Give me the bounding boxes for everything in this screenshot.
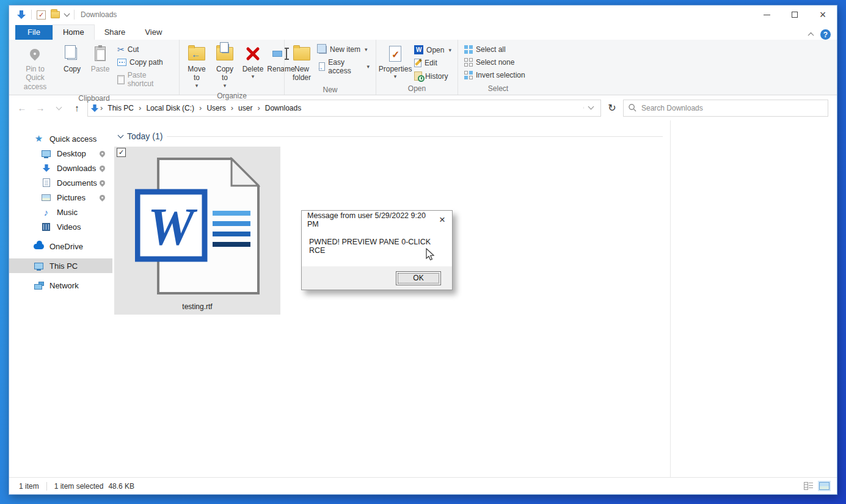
close-icon: × — [820, 9, 826, 21]
edit-button[interactable]: Edit — [412, 58, 454, 68]
network-icon — [34, 282, 44, 290]
file-list-pane[interactable]: Today (1) ✓ W testing.rtf — [112, 120, 670, 477]
copy-icon — [67, 48, 77, 60]
new-folder-button[interactable]: New folder — [288, 42, 315, 84]
properties-button[interactable]: ✓ Properties ▾ — [380, 42, 410, 81]
dropdown-icon: ▾ — [366, 64, 370, 70]
sidebar-item-documents[interactable]: Documents — [9, 175, 112, 190]
divider — [167, 136, 663, 137]
divider — [74, 10, 75, 20]
paste-button[interactable]: Paste — [87, 42, 114, 75]
chevron-down-icon — [56, 104, 62, 110]
search-box — [623, 100, 828, 117]
close-button[interactable]: × — [809, 5, 837, 24]
this-pc-icon — [34, 263, 43, 269]
collapse-ribbon-icon[interactable] — [808, 32, 814, 38]
cut-icon: ✂ — [117, 45, 125, 54]
help-icon[interactable]: ? — [820, 29, 831, 40]
qat-customize-icon[interactable] — [64, 11, 70, 17]
group-header-today[interactable]: Today (1) — [119, 131, 665, 141]
sidebar-item-this-pc[interactable]: This PC — [9, 258, 112, 273]
pin-icon — [98, 164, 106, 172]
search-input[interactable] — [641, 104, 823, 112]
dropdown-icon: ▾ — [252, 73, 255, 79]
dialog-titlebar: Message from user 5/29/2022 9:20 PM × — [302, 211, 452, 229]
breadcrumb-users[interactable]: Users — [203, 104, 229, 112]
qat-new-folder-icon[interactable] — [51, 11, 60, 18]
details-view-button[interactable] — [804, 482, 813, 490]
tab-view[interactable]: View — [135, 25, 172, 40]
pictures-icon — [42, 194, 51, 201]
pin-to-quick-access-button[interactable]: Pin to Quick access — [13, 42, 57, 93]
select-all-icon — [464, 45, 473, 54]
close-icon: × — [439, 214, 445, 226]
copy-to-icon — [216, 47, 233, 60]
dialog-close-button[interactable]: × — [432, 211, 452, 229]
sidebar-item-onedrive[interactable]: OneDrive — [9, 239, 112, 254]
thumbnails-view-button[interactable] — [819, 482, 830, 490]
copy-to-button[interactable]: Copy to ▾ — [211, 42, 238, 90]
breadcrumb-downloads[interactable]: Downloads — [261, 104, 305, 112]
breadcrumb-this-pc[interactable]: This PC — [104, 104, 137, 112]
group-label-clipboard: Clipboard — [13, 93, 175, 104]
sidebar-item-network[interactable]: Network — [9, 278, 112, 293]
ribbon-group-clipboard: Pin to Quick access Copy Paste ✂ Cut — [9, 40, 179, 95]
copy-path-button[interactable]: Copy path — [115, 57, 175, 67]
sidebar-item-music[interactable]: ♪ Music — [9, 205, 112, 219]
tab-file[interactable]: File — [15, 25, 53, 40]
invert-selection-button[interactable]: Invert selection — [462, 70, 528, 80]
dropdown-icon: ▾ — [448, 47, 451, 53]
selection-size: 48.6 KB — [108, 482, 134, 491]
onedrive-icon — [34, 244, 44, 249]
pin-icon — [98, 179, 106, 187]
preview-pane — [670, 120, 837, 477]
tab-home[interactable]: Home — [53, 24, 95, 40]
move-to-button[interactable]: ← Move to ▾ — [183, 42, 210, 90]
breadcrumb-user[interactable]: user — [235, 104, 256, 112]
sidebar-item-downloads[interactable]: Downloads — [9, 161, 112, 175]
paste-shortcut-button[interactable]: Paste shortcut — [115, 70, 175, 89]
divider — [46, 482, 47, 491]
history-icon — [414, 71, 422, 81]
delete-icon — [246, 46, 260, 61]
ok-button[interactable]: OK — [396, 271, 441, 285]
delete-button[interactable]: Delete ▾ — [239, 42, 266, 81]
word-document-icon: W — [135, 157, 260, 295]
dialog-title: Message from user 5/29/2022 9:20 PM — [307, 211, 432, 228]
sidebar-item-videos[interactable]: Videos — [9, 219, 112, 234]
maximize-button[interactable] — [781, 5, 809, 24]
file-item-testing-rtf[interactable]: ✓ W testing.rtf — [114, 147, 280, 315]
titlebar: ✓ Downloads × — [9, 5, 837, 24]
select-none-button[interactable]: Select none — [462, 57, 528, 67]
videos-icon — [42, 223, 50, 231]
open-button[interactable]: W Open ▾ — [412, 45, 454, 55]
refresh-button[interactable]: ↻ — [604, 100, 621, 117]
navigation-pane: ★ Quick access Desktop Downloads Documen… — [9, 120, 112, 477]
invert-selection-icon — [464, 71, 473, 79]
chevron-down-icon — [588, 104, 594, 110]
select-none-icon — [464, 58, 473, 67]
downloads-icon — [42, 164, 51, 172]
item-checkbox[interactable]: ✓ — [117, 148, 126, 157]
paste-icon — [95, 46, 106, 61]
address-dropdown-button[interactable] — [583, 107, 598, 109]
qat-properties-icon[interactable]: ✓ — [37, 10, 46, 20]
cut-button[interactable]: ✂ Cut — [115, 45, 175, 54]
copy-button[interactable]: Copy — [59, 42, 86, 75]
easy-access-button[interactable]: Easy access ▾ — [316, 57, 372, 76]
sidebar-item-pictures[interactable]: Pictures — [9, 190, 112, 205]
minimize-icon — [764, 15, 770, 15]
properties-icon: ✓ — [389, 46, 401, 62]
minimize-button[interactable] — [753, 5, 781, 24]
history-button[interactable]: History — [412, 71, 454, 81]
tab-share[interactable]: Share — [95, 25, 136, 40]
select-all-button[interactable]: Select all — [462, 45, 528, 54]
status-bar: 1 item 1 item selected 48.6 KB — [9, 477, 837, 494]
sidebar-item-desktop[interactable]: Desktop — [9, 146, 112, 161]
breadcrumb-local-disk[interactable]: Local Disk (C:) — [142, 104, 198, 112]
sidebar-item-quick-access[interactable]: ★ Quick access — [9, 131, 112, 146]
new-item-button[interactable]: New item ▾ — [316, 45, 372, 54]
group-label-organize: Organize — [183, 90, 280, 102]
maximize-icon — [792, 12, 798, 18]
documents-icon — [43, 178, 50, 187]
